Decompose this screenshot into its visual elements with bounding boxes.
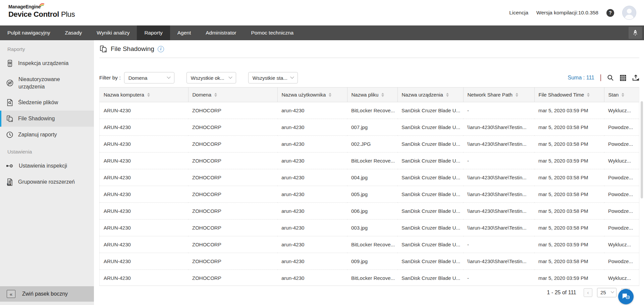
column-label: File Shadowed Time — [539, 92, 584, 98]
sort-icon[interactable] — [587, 93, 590, 97]
table-header-row: Nazwa komputera Domena — [100, 87, 639, 102]
column-header[interactable]: Domena — [188, 87, 277, 102]
cell-device-name: SanDisk Cruzer Blade U... — [397, 270, 463, 286]
nav-item-reports[interactable]: Raporty — [137, 25, 170, 40]
filter-select-status[interactable]: Wszystkie sta... — [248, 72, 298, 83]
sidebar-item-file-shadowing[interactable]: File Shadowing — [0, 111, 94, 127]
sort-icon[interactable] — [147, 93, 150, 97]
chat-icon — [622, 293, 630, 300]
sort-icon[interactable] — [329, 93, 331, 97]
table-row[interactable]: ARUN-4230 ZOHOCORP arun-4230 004.jpg San… — [100, 169, 639, 186]
cell-file-name: BitLocker Recove... — [347, 102, 397, 119]
pagination-range-label: 1 - 25 of 111 — [547, 290, 576, 296]
cell-network-share-path: - — [463, 236, 534, 253]
table-row[interactable]: ARUN-4230 ZOHOCORP arun-4230 BitLocker R… — [100, 236, 639, 253]
sidebar-item-schedule-reports[interactable]: Zaplanuj raporty — [0, 127, 94, 143]
sort-icon[interactable] — [214, 93, 217, 97]
filter-select-domain[interactable]: Domena — [124, 72, 174, 83]
cell-file-shadowed-time: mar 5, 2020 03:58 PM — [534, 203, 604, 220]
info-icon[interactable]: i — [158, 46, 164, 52]
cell-file-name: BitLocker Recove... — [347, 236, 397, 253]
collapse-icon: « — [7, 290, 15, 298]
schedule-icon — [6, 131, 13, 138]
sidebar-item-audit-settings[interactable]: Ustawienia inspekcji — [0, 158, 94, 174]
table-row[interactable]: ARUN-4230 ZOHOCORP arun-4230 007.jpg San… — [100, 119, 639, 136]
column-header[interactable]: Nazwa komputera — [100, 87, 188, 102]
table-row[interactable]: ARUN-4230 ZOHOCORP arun-4230 BitLocker R… — [100, 152, 639, 169]
nav-item-insights[interactable]: Wyniki analizy — [89, 25, 137, 40]
column-label: Nazwa pliku — [352, 92, 379, 98]
cell-user-name: arun-4230 — [277, 169, 347, 186]
table-row[interactable]: ARUN-4230 ZOHOCORP arun-4230 006.jpg San… — [100, 203, 639, 220]
column-header[interactable]: File Shadowed Time — [534, 87, 604, 102]
column-header[interactable]: Nazwa urządzenia — [397, 87, 463, 102]
sidebar-item-unauthorized-devices[interactable]: Nieautoryzowane urządzenia — [0, 71, 94, 95]
cell-network-share-path: - — [463, 102, 534, 119]
device-audit-icon — [6, 60, 13, 67]
cell-device-name: SanDisk Cruzer Blade U... — [397, 152, 463, 169]
nav-item-agent[interactable]: Agent — [170, 25, 199, 40]
column-header[interactable]: Nazwa użytkownika — [277, 87, 347, 102]
filter-select-period[interactable]: Wszystkie ok... — [186, 72, 236, 83]
column-header[interactable]: Stan — [604, 87, 639, 102]
cell-device-name: SanDisk Cruzer Blade U... — [397, 203, 463, 220]
chevron-down-icon — [228, 75, 232, 79]
export-icon[interactable] — [632, 74, 639, 81]
cell-network-share-path: \\arun-4230\Share\Testin... — [463, 169, 534, 186]
file-shadowing-table: Nazwa komputera Domena — [100, 87, 639, 286]
person-icon — [623, 6, 636, 19]
sort-icon[interactable] — [381, 93, 384, 97]
avatar[interactable] — [622, 6, 636, 20]
nav-item-dashboard[interactable]: Pulpit nawigacyjny — [0, 25, 58, 40]
sidebar-item-extension-grouping[interactable]: TXT Grupowanie rozszerzeń — [0, 174, 94, 190]
vertical-scrollbar[interactable] — [641, 101, 643, 198]
cell-file-name: 005.jpg — [347, 186, 397, 203]
table-row[interactable]: ARUN-4230 ZOHOCORP arun-4230 005.jpg San… — [100, 186, 639, 203]
collapse-sidebar-button[interactable]: « Zwiń pasek boczny — [0, 286, 94, 302]
collapse-label: Zwiń pasek boczny — [22, 291, 68, 297]
prev-page-button[interactable]: ‹ — [584, 288, 592, 297]
sidebar-item-label: Ustawienia inspekcji — [19, 162, 67, 170]
nav-item-admin[interactable]: Administrator — [198, 25, 244, 40]
nav-item-support[interactable]: Pomoc techniczna — [244, 25, 301, 40]
table-grid-icon[interactable] — [620, 75, 626, 81]
sidebar-item-file-tracing[interactable]: Śledzenie plików — [0, 95, 94, 111]
table-row[interactable]: ARUN-4230 ZOHOCORP arun-4230 BitLocker R… — [100, 102, 639, 119]
sort-icon[interactable] — [516, 93, 518, 97]
chat-button[interactable] — [618, 289, 634, 304]
search-icon[interactable] — [607, 74, 614, 81]
cell-user-name: arun-4230 — [277, 220, 347, 236]
sidebar-item-device-audit[interactable]: Inspekcja urządzenia — [0, 55, 94, 71]
build-version-label: Wersja kompilacji:10.0.358 — [536, 10, 598, 16]
help-icon[interactable]: ? — [606, 9, 614, 17]
table-row[interactable]: ARUN-4230 ZOHOCORP arun-4230 009.jpg San… — [100, 253, 639, 270]
cell-network-share-path: - — [463, 270, 534, 286]
column-header[interactable]: Nazwa pliku — [347, 87, 397, 102]
sort-icon[interactable] — [446, 93, 449, 97]
column-header[interactable]: Network Share Path — [463, 87, 534, 102]
cell-domain: ZOHOCORP — [188, 136, 277, 152]
file-shadowing-icon — [6, 115, 13, 122]
cell-user-name: arun-4230 — [277, 152, 347, 169]
column-label: Nazwa komputera — [104, 92, 144, 98]
sort-icon[interactable] — [622, 93, 624, 97]
total-count-link[interactable]: Suma : 111 — [568, 75, 594, 81]
license-link[interactable]: Licencja — [509, 10, 528, 16]
table-body: ARUN-4230 ZOHOCORP arun-4230 BitLocker R… — [100, 102, 639, 286]
table-row[interactable]: ARUN-4230 ZOHOCORP arun-4230 003.jpg San… — [100, 220, 639, 236]
cell-computer-name: ARUN-4230 — [100, 253, 188, 270]
page-size-select[interactable]: 25 — [597, 288, 616, 297]
chevron-down-icon — [290, 75, 294, 79]
table-row[interactable]: ARUN-4230 ZOHOCORP arun-4230 BitLocker R… — [100, 270, 639, 286]
column-label: Network Share Path — [468, 92, 513, 98]
cell-device-name: SanDisk Cruzer Blade U... — [397, 236, 463, 253]
filter-by-label: Filter by : — [99, 75, 121, 81]
cell-user-name: arun-4230 — [277, 253, 347, 270]
whats-new-button[interactable] — [629, 27, 642, 39]
nav-item-policies[interactable]: Zasady — [58, 25, 90, 40]
cell-domain: ZOHOCORP — [188, 102, 277, 119]
cell-domain: ZOHOCORP — [188, 220, 277, 236]
table-row[interactable]: ARUN-4230 ZOHOCORP arun-4230 002.JPG San… — [100, 136, 639, 152]
cell-status: Powodze... — [604, 186, 639, 203]
cell-device-name: SanDisk Cruzer Blade U... — [397, 253, 463, 270]
